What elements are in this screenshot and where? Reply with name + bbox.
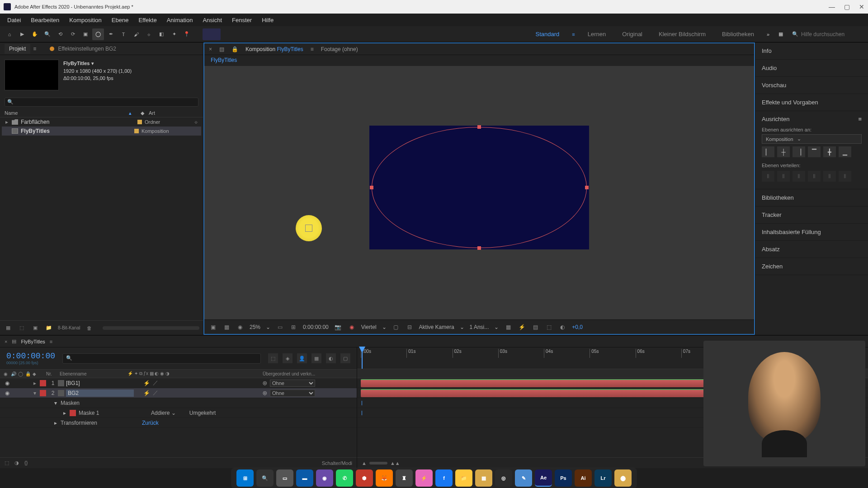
zoom-out-icon[interactable]: ▲ [362,460,367,466]
expand-icon[interactable]: ▸ [5,119,12,125]
panel-bibliotheken[interactable]: Bibliotheken [755,189,868,206]
pixel-aspect-icon[interactable]: ▦ [504,323,512,331]
parent-dropdown[interactable]: Ohne [270,380,315,387]
camera-dropdown[interactable]: Aktive Kamera [419,324,454,330]
taskbar-app-icon[interactable]: ⬢ [356,469,373,487]
text-tool[interactable]: T [118,28,129,40]
panel-audio[interactable]: Audio [755,60,868,77]
taskbar-app-icon[interactable]: ◉ [316,469,333,487]
views-dropdown[interactable]: 1 Ansi... [470,324,489,330]
graph-editor-icon[interactable]: ▢ [340,353,350,363]
sort-icon[interactable]: ▴ [129,110,132,116]
playhead[interactable] [362,347,363,369]
project-thumbnail[interactable] [5,60,59,90]
dist-1[interactable]: ⫴ [762,171,774,182]
label-color[interactable] [40,380,46,386]
toggle-modes-icon[interactable]: ◑ [14,460,19,466]
res-chevron-icon[interactable]: ⌄ [382,324,387,330]
puppet-tool[interactable]: 📍 [181,28,193,40]
project-item-comp[interactable]: FlyByTitles Komposition [2,127,201,136]
align-hcenter[interactable]: ┼ [777,146,790,157]
menu-ebene[interactable]: Ebene [107,15,133,25]
dist-2[interactable]: ⫴ [777,171,790,182]
trash-icon[interactable]: 🗑 [85,324,94,333]
channels-icon[interactable]: ◉ [348,323,356,331]
mask-ellipse[interactable] [372,127,587,248]
menu-ansicht[interactable]: Ansicht [198,15,226,25]
shy-switch[interactable]: ⚡ [143,389,150,397]
taskbar-app-icon[interactable]: ▭ [276,469,293,487]
layer-name[interactable]: BG2 [66,389,134,397]
taskbar-app-icon[interactable]: 📁 [455,469,472,487]
masks-group[interactable]: ▾ Masken [0,398,357,408]
composition-tab[interactable]: Komposition FlyByTitles [245,46,303,52]
snapshot-icon[interactable]: 📷 [334,323,342,331]
color-depth[interactable]: 8-Bit-Kanal [58,324,80,333]
dist-4[interactable]: ⫴ [808,171,821,182]
shy-icon[interactable]: 👤 [297,353,307,363]
zoom-dropdown[interactable]: 25% [250,324,260,330]
panel-content-fill[interactable]: Inhaltsbasierte Füllung [755,224,868,241]
taskbar-app-icon[interactable]: 🔍 [256,469,274,487]
current-time[interactable]: 0:00:00:00 [303,324,329,330]
zoom-in-icon[interactable]: ▲▲ [390,460,400,466]
footage-tab[interactable]: Footage (ohne) [321,46,358,52]
transparency-icon[interactable]: ▦ [222,323,231,331]
interpret-icon[interactable]: ▦ [4,324,13,333]
pickwhip-icon[interactable]: ◎ [263,380,267,386]
taskbar-app-icon[interactable]: ▬ [296,469,313,487]
comp-mini-flowchart-icon[interactable]: ⬚ [268,353,278,363]
toggle-in-out-icon[interactable]: {} [24,460,28,466]
expand-icon[interactable]: ▸ [54,420,61,426]
help-search[interactable]: 🔍 [792,31,864,38]
zoom-chevron-icon[interactable]: ⌄ [266,324,270,330]
mask-handle-left[interactable] [370,186,373,189]
clone-tool[interactable]: ⟐ [143,28,155,40]
comp-lock-icon[interactable]: 🔒 [231,46,238,52]
roi-icon[interactable]: ▢ [392,323,400,331]
action-icon[interactable]: ⟐ [194,119,198,125]
shape-tool[interactable]: ◯ [92,28,104,40]
camera-chevron-icon[interactable]: ⌄ [460,324,464,330]
visibility-toggle[interactable]: ◉ [4,390,11,396]
help-search-input[interactable] [801,31,864,38]
taskbar-app-icon[interactable]: ♜ [396,469,413,487]
align-bottom[interactable]: ▁ [839,146,851,157]
resolution-dropdown[interactable]: Viertel [361,324,377,330]
workspace-standard[interactable]: Standard [532,29,563,39]
dist-6[interactable]: ⫴ [839,171,851,182]
draft3d-icon[interactable]: ◈ [283,353,292,363]
menu-fenster[interactable]: Fenster [227,15,256,25]
timeline-menu-icon[interactable]: ≡ [50,339,52,344]
taskbar-app-icon[interactable]: Ae [535,469,552,487]
workspace-lernen[interactable]: Lernen [584,29,609,39]
dist-5[interactable]: ⫴ [823,171,836,182]
comp-nav-icon[interactable]: ▤ [219,46,224,52]
project-search-input[interactable] [5,98,198,107]
flow-icon[interactable]: ⬚ [17,324,26,333]
menu-effekte[interactable]: Effekte [134,15,161,25]
rotate-tool[interactable]: ⟳ [67,28,79,40]
project-item-folder[interactable]: ▸ Farbflächen Ordner ⟐ [2,117,201,127]
align-title[interactable]: Ausrichten [762,116,789,122]
dist-3[interactable]: ⫴ [793,171,805,182]
project-tab[interactable]: Projekt [5,44,30,54]
mask-1-row[interactable]: ▸ Maske 1 Addiere ⌄ Umgekehrt [0,408,357,418]
maximize-button[interactable]: ▢ [844,3,850,10]
taskbar-app-icon[interactable]: ⊞ [236,469,254,487]
solo-switch[interactable]: ／ [152,380,159,387]
timeline-tab[interactable]: FlyByTitles [21,339,45,344]
pickwhip-icon[interactable]: ◎ [263,390,267,396]
panel-effects[interactable]: Effekte und Vorgaben [755,94,868,111]
menu-hilfe[interactable]: Hilfe [257,15,278,25]
layer-row-1[interactable]: ◉ ▸ 1 [BG1] ⚡ ／ ◎ Ohne [0,378,357,388]
expand-icon[interactable]: ▾ [54,400,61,406]
motion-blur-icon[interactable]: ◐ [326,353,336,363]
switches-modes-toggle[interactable]: Schalter/Modi [322,460,352,466]
align-target-dropdown[interactable]: Komposition⌄ [762,134,862,144]
exposure-value[interactable]: +0,0 [572,324,583,330]
dropdown-icon[interactable]: ▾ [91,61,94,66]
roto-tool[interactable]: ✦ [168,28,180,40]
panel-absatz[interactable]: Absatz [755,241,868,258]
keyframe-marker[interactable] [362,411,362,415]
